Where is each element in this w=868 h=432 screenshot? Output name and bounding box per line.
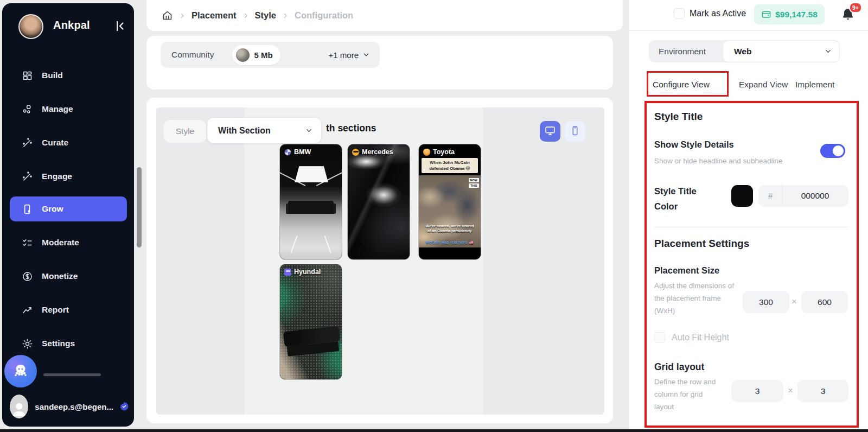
dimension-separator: × xyxy=(792,296,797,307)
video-subtitle: We're scared, we're scared of an Obama p… xyxy=(420,224,480,234)
community-chip[interactable]: 5 Mb xyxy=(232,45,280,65)
breadcrumb-style[interactable]: Style xyxy=(255,10,276,21)
show-style-details-label: Show Style Details xyxy=(654,139,734,150)
breadcrumb-placement[interactable]: Placement xyxy=(192,10,237,21)
monetize-icon xyxy=(22,271,33,282)
bottom-edge-bar xyxy=(0,429,868,432)
environment-dropdown[interactable]: Web xyxy=(723,40,840,62)
show-style-details-toggle[interactable] xyxy=(820,144,845,158)
grid-cols-input[interactable] xyxy=(797,380,848,402)
community-avatar xyxy=(236,48,250,62)
auto-fit-height-label: Auto Fit Height xyxy=(672,333,729,342)
sidebar-item-label: Engage xyxy=(42,171,72,181)
placement-size-label: Placement Size xyxy=(654,265,719,276)
preview-card-mercedes[interactable]: Mercedes xyxy=(348,144,410,259)
curate-icon xyxy=(22,137,33,149)
hex-color-field: # xyxy=(758,185,848,207)
tab-implement[interactable]: Implement xyxy=(795,80,834,90)
bmw-showroom-image xyxy=(280,144,342,259)
style-label-pill: Style xyxy=(164,120,206,143)
chevron-right-icon xyxy=(282,12,289,19)
vertical-scrollbar[interactable] xyxy=(137,167,142,247)
grow-icon xyxy=(22,204,33,215)
sidebar-item-label: Grow xyxy=(42,204,63,214)
sidebar-item-manage[interactable]: Manage xyxy=(10,97,127,122)
sidebar-item-build[interactable]: Build xyxy=(10,63,127,88)
desktop-icon xyxy=(544,125,556,138)
sidebar: Ankpal Build Manage Curate Engage Grow xyxy=(2,3,134,427)
environment-label: Environment xyxy=(659,40,706,62)
video-watermark: NOW THIS xyxy=(469,178,479,188)
user-email: sandeep.s@begen... xyxy=(35,402,113,411)
user-avatar-icon xyxy=(10,395,28,418)
divider xyxy=(629,30,868,31)
chevron-down-icon xyxy=(824,47,832,55)
mobile-view-button[interactable] xyxy=(565,121,585,142)
mark-as-active-label: Mark as Active xyxy=(690,9,746,18)
mercedes-car-image xyxy=(348,144,410,259)
verified-badge-icon xyxy=(119,401,130,412)
hex-color-input[interactable] xyxy=(782,185,847,207)
collapse-sidebar-icon xyxy=(113,27,127,35)
placement-height-input[interactable] xyxy=(801,291,848,313)
collapse-sidebar-button[interactable] xyxy=(112,18,128,35)
meme-caption: When John McCain defended Obama 😅 xyxy=(422,158,478,173)
show-style-details-subtext: Show or hide headline and subheadline xyxy=(654,155,782,167)
home-icon[interactable] xyxy=(162,10,173,21)
bmw-roundel-icon xyxy=(284,149,291,156)
placement-width-input[interactable] xyxy=(743,291,789,313)
wallet-balance[interactable]: $99,147.58 xyxy=(754,4,825,24)
breadcrumb: Placement Style Configuration xyxy=(146,0,623,31)
environment-selector: Environment Web xyxy=(649,40,840,62)
sidebar-item-settings[interactable]: Settings xyxy=(10,331,127,356)
community-chip-label: 5 Mb xyxy=(254,50,272,60)
placement-size-description: Adjust the dimensions of the placement f… xyxy=(654,279,736,317)
grid-rows-input[interactable] xyxy=(731,380,783,402)
sidebar-item-label: Manage xyxy=(42,104,73,114)
grid-layout-description: Define the row and column for grid layou… xyxy=(654,376,719,413)
community-more-dropdown[interactable]: +1 more xyxy=(329,50,370,60)
avatar[interactable] xyxy=(18,14,43,39)
sidebar-item-label: Monetize xyxy=(42,271,78,281)
chevron-down-icon xyxy=(305,126,313,135)
placement-settings-heading: Placement Settings xyxy=(654,238,749,250)
community-more-label: +1 more xyxy=(329,50,359,60)
user-account[interactable]: sandeep.s@begen... xyxy=(7,391,130,422)
sidebar-item-grow[interactable]: Grow xyxy=(10,196,127,221)
balance-amount: $99,147.58 xyxy=(775,10,818,20)
sidebar-item-label: Curate xyxy=(42,138,68,148)
sidebar-item-monetize[interactable]: Monetize xyxy=(10,264,127,289)
tab-configure-view[interactable]: Configure View xyxy=(653,80,710,90)
preview-card-hyundai[interactable]: Hyundai xyxy=(280,264,342,379)
grid-layout-label: Grid layout xyxy=(654,361,704,373)
style-title-color-label: Style Title Color xyxy=(654,183,719,214)
card-title: Hyundai xyxy=(284,268,321,276)
sidebar-header: Ankpal xyxy=(2,13,134,43)
style-dropdown-value: With Section xyxy=(218,118,271,143)
sidebar-item-label: Build xyxy=(42,71,63,80)
card-title: Mercedes xyxy=(352,148,393,156)
settings-icon xyxy=(22,338,33,350)
sidebar-item-moderate[interactable]: Moderate xyxy=(10,230,127,255)
octopus-icon xyxy=(11,361,30,382)
auto-fit-height-checkbox[interactable] xyxy=(654,332,665,343)
octopus-chat-button[interactable] xyxy=(4,355,37,387)
community-selector: Community 5 Mb +1 more xyxy=(161,42,380,68)
environment-value: Web xyxy=(734,41,751,62)
chevron-right-icon xyxy=(242,12,249,19)
chevron-right-icon xyxy=(179,12,186,19)
style-title-heading: Style Title xyxy=(654,111,703,123)
desktop-view-button[interactable] xyxy=(540,121,560,142)
grid-separator: × xyxy=(788,385,793,396)
tab-expand-view[interactable]: Expand View xyxy=(739,80,788,90)
style-dropdown[interactable]: With Section xyxy=(207,118,321,143)
preview-card-toyota[interactable]: Toyota When John McCain defended Obama 😅… xyxy=(419,144,481,259)
color-swatch[interactable] xyxy=(731,185,753,207)
card-title: BMW xyxy=(284,148,311,156)
preview-heading-partial: th sections xyxy=(326,123,376,134)
sidebar-item-curate[interactable]: Curate xyxy=(10,130,127,155)
sidebar-item-report[interactable]: Report xyxy=(10,297,127,322)
preview-card-bmw[interactable]: BMW xyxy=(280,144,342,259)
mark-as-active-checkbox[interactable] xyxy=(674,8,685,19)
sidebar-item-engage[interactable]: Engage xyxy=(10,164,127,189)
